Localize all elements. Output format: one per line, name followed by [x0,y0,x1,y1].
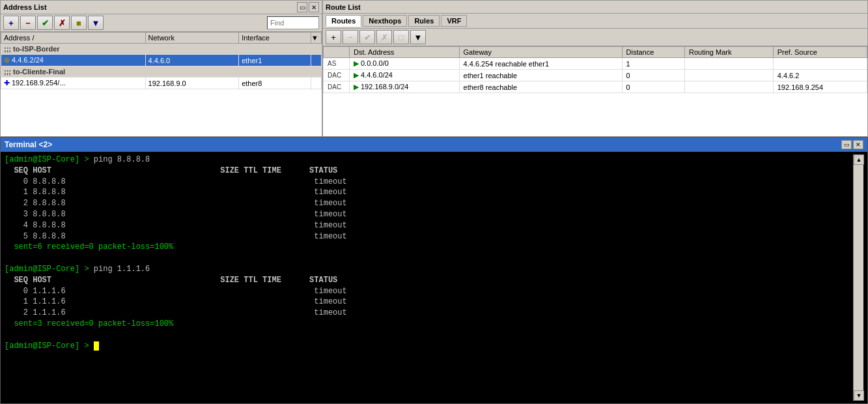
scrollbar-track [854,165,863,390]
col-pref-source[interactable]: Pref. Source [773,47,867,58]
filter-route-button[interactable]: ▼ [410,30,426,44]
route-table-row[interactable]: DAC ▶192.168.9.0/24 ether8 reachable 0 1… [324,81,867,93]
terminal-scrollbar: ▲ ▼ [853,154,863,401]
address-table: Address Network Interface ▼ ;;; to-ISP-B… [1,32,322,89]
route-tabs: Routes Nexthops Rules VRF [323,14,867,29]
terminal-content[interactable]: [admin@ISP-Core] > ping 8.8.8.8 SEQ HOST… [5,154,853,401]
route-table-row[interactable]: DAC ▶4.4.6.0/24 ether1 reachable 0 4.4.6… [324,70,867,81]
terminal-line: SEQ HOST SIZE TTL TIME STATUS [5,275,853,286]
route-table-container: Dst. Address Gateway Distance Routing Ma… [323,46,867,93]
disable-route-button[interactable]: ✗ [376,30,392,44]
add-route-button[interactable]: + [326,30,341,44]
tab-nexthops[interactable]: Nexthops [363,15,407,27]
top-row: Address List ▭ ✕ + − ✔ ✗ ■ ▼ A [0,0,868,137]
col-routing-mark[interactable]: Routing Mark [685,47,774,58]
copy-route-button[interactable]: □ [393,30,409,44]
filter-address-button[interactable]: ▼ [88,16,104,30]
main-container: Address List ▭ ✕ + − ✔ ✗ ■ ▼ A [0,0,868,404]
route-list-titlebar: Route List [323,1,867,14]
enable-route-button[interactable]: ✔ [359,30,375,44]
terminal-line: 5 8.8.8.8 timeout [5,231,853,242]
terminal-line [5,330,853,341]
restore-button[interactable]: ▭ [297,2,307,12]
terminal-line: sent=6 received=0 packet-loss=100% [5,242,853,253]
address-table-row[interactable]: ✚192.168.9.254/... 192.168.9.0 ether8 [1,78,322,89]
terminal-line: 1 1.1.1.6 timeout [5,296,853,308]
terminal-line: [admin@ISP-Core] > ping 8.8.8.8 [5,154,853,166]
terminal-body: [admin@ISP-Core] > ping 8.8.8.8 SEQ HOST… [1,152,867,403]
terminal-panel: Terminal <2> ▭ ✕ [admin@ISP-Core] > ping… [0,137,868,404]
terminal-line: 2 1.1.1.6 timeout [5,308,853,319]
route-table: Dst. Address Gateway Distance Routing Ma… [323,46,867,93]
col-scroll[interactable]: ▼ [311,33,322,44]
col-dst-address[interactable]: Dst. Address [350,47,460,58]
col-gateway[interactable]: Gateway [459,47,622,58]
col-distance[interactable]: Distance [622,47,685,58]
route-list-panel: Route List Routes Nexthops Rules VRF + −… [322,0,868,137]
route-table-body: AS ▶0.0.0.0/0 4.4.6.254 reachable ether1… [324,58,867,93]
address-group-header: ;;; to-ISP-Border [1,44,322,55]
terminal-line: 4 8.8.8.8 timeout [5,220,853,231]
enable-address-button[interactable]: ✔ [37,16,53,30]
terminal-line: 0 8.8.8.8 timeout [5,177,853,188]
disable-address-button[interactable]: ✗ [54,16,70,30]
address-table-header: Address Network Interface ▼ [1,33,322,44]
find-input[interactable] [267,16,319,29]
route-toolbar: + − ✔ ✗ □ ▼ [323,29,867,46]
address-group-header: ;;; to-Cliente-Final [1,66,322,78]
copy-address-button[interactable]: ■ [71,16,87,30]
terminal-line: SEQ HOST SIZE TTL TIME STATUS [5,166,853,177]
route-table-header: Dst. Address Gateway Distance Routing Ma… [324,47,867,58]
add-address-button[interactable]: + [3,16,19,30]
tab-vrf[interactable]: VRF [441,15,467,27]
remove-address-button[interactable]: − [20,16,36,30]
remove-route-button[interactable]: − [343,30,358,44]
terminal-line: 0 1.1.1.6 timeout [5,286,853,297]
terminal-window-controls: ▭ ✕ [841,140,863,149]
terminal-restore-button[interactable]: ▭ [841,140,852,149]
route-list-title: Route List [326,3,361,11]
close-button[interactable]: ✕ [309,2,319,12]
address-table-body: ;;; to-ISP-Border ⊛4.4.6.2/24 4.4.6.0 et… [1,44,322,89]
terminal-titlebar: Terminal <2> ▭ ✕ [1,137,867,152]
address-table-container: Address Network Interface ▼ ;;; to-ISP-B… [1,32,322,136]
address-list-panel: Address List ▭ ✕ + − ✔ ✗ ■ ▼ A [0,0,322,137]
address-list-window-controls: ▭ ✕ [297,2,319,12]
tab-rules[interactable]: Rules [408,15,440,27]
terminal-close-button[interactable]: ✕ [853,140,863,149]
terminal-line: 1 8.8.8.8 timeout [5,187,853,198]
scroll-up-button[interactable]: ▲ [854,154,864,165]
col-interface[interactable]: Interface [239,33,311,44]
address-list-toolbar: + − ✔ ✗ ■ ▼ [1,14,322,32]
terminal-line: [admin@ISP-Core] > [5,341,853,352]
terminal-line: sent=3 received=0 packet-loss=100% [5,319,853,330]
terminal-title: Terminal <2> [5,140,52,149]
col-network[interactable]: Network [145,33,239,44]
col-route-type [324,47,350,58]
route-table-row[interactable]: AS ▶0.0.0.0/0 4.4.6.254 reachable ether1… [324,58,867,70]
address-list-title: Address List [3,3,47,11]
col-address[interactable]: Address [1,33,146,44]
terminal-line: [admin@ISP-Core] > ping 1.1.1.6 [5,264,853,275]
scroll-down-button[interactable]: ▼ [854,390,864,401]
terminal-line: 2 8.8.8.8 timeout [5,198,853,209]
address-list-titlebar: Address List ▭ ✕ [1,1,322,14]
tab-routes[interactable]: Routes [326,15,361,27]
terminal-line [5,253,853,264]
terminal-line: 3 8.8.8.8 timeout [5,209,853,220]
address-table-row[interactable]: ⊛4.4.6.2/24 4.4.6.0 ether1 [1,55,322,66]
